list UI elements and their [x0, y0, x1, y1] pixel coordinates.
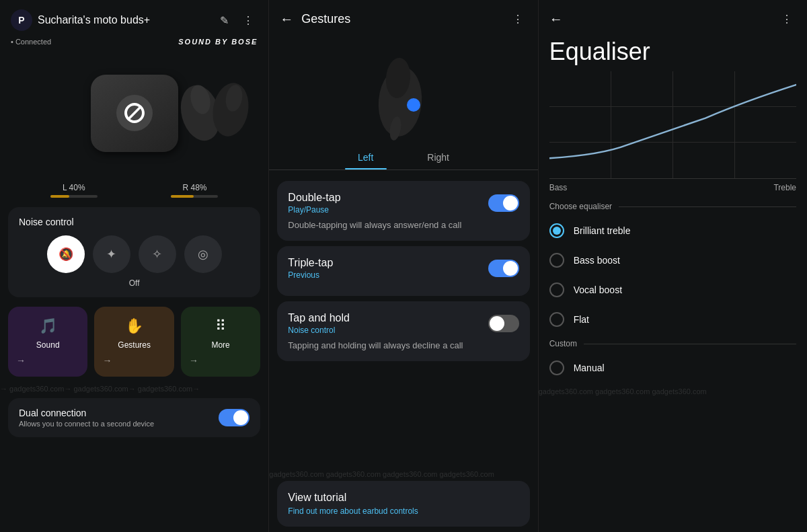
- tab-right[interactable]: Right: [400, 145, 476, 169]
- more-menu-button[interactable]: ⋮: [239, 11, 258, 30]
- gesture-triple-tap-info: Triple-tap Previous: [288, 257, 333, 280]
- gesture-triple-tap-action: Previous: [288, 270, 333, 280]
- watermark-p2: gadgets360.com gadgets360.com gadgets360…: [269, 467, 537, 481]
- earbuds-image: [170, 52, 258, 163]
- more-label: More: [211, 340, 229, 350]
- battery-right: R 48%: [171, 183, 218, 198]
- tutorial-subtitle: Find out more about earbud controls: [288, 506, 518, 516]
- sound-tile[interactable]: 🎵 Sound →: [8, 307, 87, 377]
- p2-header: ← Gestures ⋮: [269, 0, 537, 38]
- noise-aware-button[interactable]: ◎: [184, 235, 222, 273]
- tutorial-card[interactable]: View tutorial Find out more about earbud…: [277, 481, 529, 527]
- battery-left-label: L 40%: [63, 183, 85, 192]
- gesture-double-tap-desc: Double-tapping will always answer/end a …: [288, 220, 518, 230]
- dual-text: Dual connection Allows you to connect to…: [19, 408, 154, 428]
- gestures-title: Gestures: [301, 12, 500, 26]
- gestures-tile[interactable]: ✋ Gestures →: [94, 307, 174, 377]
- gesture-tap-hold-toggle[interactable]: [488, 315, 519, 332]
- custom-section: Custom: [539, 336, 807, 351]
- eq-option-brilliant-treble[interactable]: Brilliant treble: [549, 217, 796, 245]
- eq-manual-option: Manual: [539, 351, 807, 385]
- battery-right-bar-bg: [171, 195, 218, 198]
- motorola-logo: [116, 95, 153, 131]
- device-image-area: [0, 46, 268, 180]
- panel-equaliser: ← ⋮ Equaliser Bass Treble Choose equalis…: [538, 0, 807, 532]
- gesture-card-header-double-tap: Double-tap Play/Pause: [288, 192, 518, 215]
- radio-manual: [549, 360, 564, 375]
- noise-low-button[interactable]: ✦: [93, 235, 130, 273]
- gesture-double-tap-toggle[interactable]: [488, 194, 519, 212]
- eq-choose-divider: [619, 206, 796, 207]
- noise-adaptive-button[interactable]: ✧: [139, 235, 176, 273]
- eq-bass-label: Bass: [549, 183, 568, 192]
- battery-right-bar: [171, 195, 194, 198]
- dual-toggle-thumb: [233, 410, 248, 425]
- eq-curve-svg: [549, 71, 796, 178]
- gesture-cards-list: Double-tap Play/Pause Double-tapping wil…: [269, 176, 537, 467]
- gesture-tap-hold-info: Tap and hold Noise control: [288, 312, 350, 335]
- gesture-tap-hold-action: Noise control: [288, 326, 350, 335]
- dual-desc: Allows you to connect to a second device: [19, 420, 154, 428]
- equaliser-more-button[interactable]: ⋮: [777, 9, 796, 28]
- gestures-back-button[interactable]: ←: [280, 11, 293, 27]
- tutorial-title: View tutorial: [288, 492, 518, 504]
- toggle-thumb-dt: [503, 196, 518, 211]
- sound-icon: 🎵: [39, 317, 57, 335]
- radio-bass-boost: [549, 253, 564, 268]
- eq-choose-text: Choose equaliser: [549, 202, 612, 211]
- eq-option-manual[interactable]: Manual: [549, 354, 796, 382]
- radio-vocal-boost: [549, 282, 564, 297]
- more-tile[interactable]: ⠿ More →: [181, 307, 260, 377]
- tab-left[interactable]: Left: [331, 145, 400, 169]
- eq-choose-label: Choose equaliser: [539, 196, 807, 214]
- edit-button[interactable]: ✎: [215, 11, 233, 30]
- watermark-text-p1: → gadgets360.com→ gadgets360.com→ gadget…: [0, 385, 200, 393]
- radio-flat: [549, 312, 564, 327]
- eq-option-flat[interactable]: Flat: [549, 305, 796, 334]
- eq-option-bass-boost[interactable]: Bass boost: [549, 246, 796, 274]
- device-case: [91, 75, 178, 152]
- toggle-thumb-tt: [503, 261, 518, 276]
- noise-control-title: Noise control: [19, 217, 249, 227]
- p3-header: ← ⋮: [539, 0, 807, 38]
- watermark-text-p2: gadgets360.com gadgets360.com gadgets360…: [269, 470, 494, 478]
- battery-right-label: R 48%: [182, 183, 206, 192]
- watermark-text-p3: gadgets360.com gadgets360.com gadgets360…: [539, 387, 707, 395]
- gesture-tap-hold-name: Tap and hold: [288, 312, 350, 324]
- custom-divider: [584, 344, 796, 344]
- battery-left-bar: [50, 195, 69, 198]
- sound-label: Sound: [36, 340, 60, 350]
- more-icon: ⠿: [215, 317, 226, 335]
- svg-point-6: [407, 98, 420, 112]
- equaliser-back-button[interactable]: ←: [549, 11, 563, 27]
- sound-arrow-icon: →: [16, 355, 26, 366]
- custom-text: Custom: [549, 339, 577, 348]
- gesture-triple-tap-toggle[interactable]: [488, 260, 519, 277]
- watermark-p3: gadgets360.com gadgets360.com gadgets360…: [539, 385, 807, 398]
- gesture-triple-tap-name: Triple-tap: [288, 257, 333, 269]
- panel-gestures: ← Gestures ⋮ Left Right Double-tap Play/…: [268, 0, 537, 532]
- gesture-double-tap-action: Play/Pause: [288, 205, 340, 215]
- p1-header: P Sucharita's moto buds+ ✎ ⋮: [0, 0, 268, 38]
- eq-option-label-brilliant-treble: Brilliant treble: [574, 225, 631, 236]
- gestures-icon: ✋: [125, 317, 143, 335]
- gestures-more-button[interactable]: ⋮: [508, 9, 527, 28]
- eq-options-list: Brilliant treble Bass boost Vocal boost …: [539, 214, 807, 336]
- bose-logo: SOUND BY BOSE: [178, 38, 258, 46]
- device-title: Sucharita's moto buds+: [38, 14, 209, 26]
- more-arrow-icon: →: [189, 355, 198, 366]
- eq-option-vocal-boost[interactable]: Vocal boost: [549, 276, 796, 304]
- gesture-card-tap-hold: Tap and hold Noise control Tapping and h…: [277, 301, 529, 361]
- watermark-p1: → gadgets360.com→ gadgets360.com→ gadget…: [0, 382, 268, 395]
- gesture-tap-hold-desc: Tapping and holding will always decline …: [288, 340, 518, 350]
- eq-option-label-bass-boost: Bass boost: [574, 255, 620, 266]
- gesture-card-double-tap: Double-tap Play/Pause Double-tapping wil…: [277, 181, 529, 241]
- gesture-card-triple-tap: Triple-tap Previous: [277, 246, 529, 296]
- dual-toggle[interactable]: [219, 409, 249, 426]
- noise-control-buttons: 🔕 ✦ ✧ ◎: [19, 235, 249, 273]
- device-meta: • Connected SOUND BY BOSE: [0, 38, 268, 46]
- app-logo: P: [11, 9, 32, 31]
- noise-off-button[interactable]: 🔕: [47, 235, 85, 273]
- dual-connection-section: Dual connection Allows you to connect to…: [8, 398, 260, 437]
- eq-treble-label: Treble: [773, 183, 796, 192]
